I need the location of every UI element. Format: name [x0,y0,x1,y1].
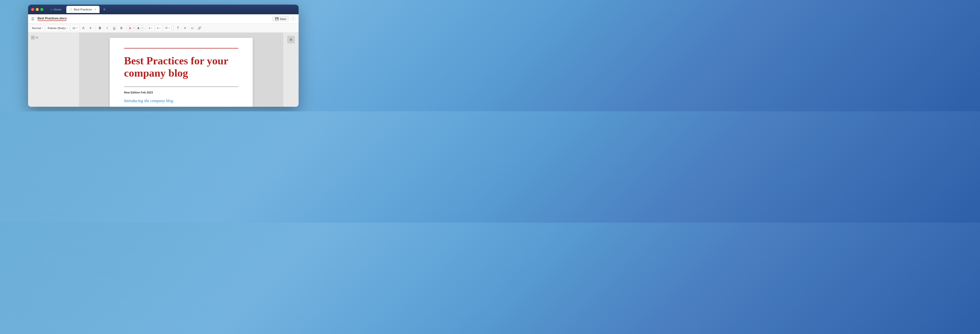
bold-button[interactable]: B [97,25,103,31]
document-paper: Best Practices for your company blog New… [110,38,253,107]
strikethrough-button[interactable]: S [118,25,124,31]
save-button[interactable]: 💾 Save [272,16,289,21]
home-icon: ⌂ [51,8,52,11]
format-toolbar: Normal ▾ Roboto (Body) ▾ 12 ▾ A A B I U … [28,24,299,33]
font-arrow-icon: ▾ [67,27,68,29]
checklist-icon: ☑ [165,26,168,30]
edition-text: New Edition Feb 2023 [124,91,239,94]
top-rule [124,48,239,48]
expand-panel-button[interactable]: ⊞ [287,36,295,43]
add-tab-button[interactable]: + [102,7,107,12]
tab-home[interactable]: ⌂ Home [48,6,64,13]
tab-close-button[interactable]: ✕ [94,8,97,11]
document-icon: 📄 [69,8,73,11]
tab-active[interactable]: 📄 Best Practices ✕ [66,6,100,13]
style-arrow-icon: ▾ [42,27,43,29]
info-button[interactable]: i [290,16,296,21]
clear-format-button[interactable]: T [175,25,181,31]
left-panel [28,33,79,107]
font-select[interactable]: Roboto (Body) ▾ [46,25,69,31]
browser-window: ⌂ Home 📄 Best Practices ✕ + ☰ Best Pract… [28,5,299,107]
erase-button[interactable]: ✦ [182,25,188,31]
toolbar-divider-1 [95,26,95,30]
style-select[interactable]: Normal ▾ [30,25,45,31]
font-color-arrow-icon[interactable]: ▾ [132,27,135,29]
align-icon: ≡ [149,27,150,30]
title-line1: Best Practices for your [124,55,228,67]
checklist-select[interactable]: ☑ ▾ [163,25,172,31]
svg-rect-2 [32,38,33,38]
close-button[interactable] [31,8,34,11]
title-line2: company blog [124,67,188,79]
svg-rect-3 [33,38,34,38]
main-area: Best Practices for your company blog New… [28,33,299,107]
align-arrow-icon: ▾ [151,27,152,29]
home-tab-label: Home [54,8,61,11]
toolbar-divider-2 [126,26,126,30]
mid-rule [124,86,239,87]
doc-toolbar-row: ☰ Best Practices.docx 💾 Save i [28,14,299,24]
document-container[interactable]: Best Practices for your company blog New… [79,33,283,107]
menu-icon[interactable]: ☰ [31,17,35,21]
maximize-button[interactable] [40,8,43,11]
highlight-arrow-icon[interactable]: ▾ [141,27,143,29]
link-button[interactable]: 🔗 [196,25,202,31]
size-label: 12 [72,27,75,30]
right-panel: ⊞ [283,33,299,107]
minimize-button[interactable] [36,8,39,11]
italic-button[interactable]: I [104,25,110,31]
section-title[interactable]: Introducing the company blog [124,99,239,103]
list-select[interactable]: ≡ ▾ [155,25,162,31]
comment-button[interactable]: ▭ [189,25,195,31]
outline-list-icon[interactable] [35,36,39,39]
svg-rect-0 [32,36,33,37]
font-shrink-button[interactable]: A [88,25,94,31]
expand-icon: ⊞ [290,38,292,42]
outline-grid-icon[interactable] [31,36,35,39]
document-main-title: Best Practices for your company blog [124,54,239,80]
list-icon: ≡ [157,27,159,30]
align-select[interactable]: ≡ ▾ [147,25,154,31]
highlight-color-group[interactable]: A ▾ [136,25,144,31]
svg-rect-1 [33,36,34,37]
font-color-group[interactable]: A ▾ [128,25,135,31]
size-arrow-icon: ▾ [76,27,78,29]
font-color-label: A [128,26,132,30]
save-icon: 💾 [275,17,279,21]
traffic-lights [31,8,43,11]
save-label: Save [280,18,286,21]
size-select[interactable]: 12 ▾ [70,25,79,31]
style-label: Normal [32,27,41,30]
underline-button[interactable]: U [111,25,118,31]
font-grow-button[interactable]: A [80,25,86,31]
active-tab-label: Best Practices [74,8,92,11]
checklist-arrow-icon: ▾ [169,27,170,29]
font-label: Roboto (Body) [48,27,65,30]
list-arrow-icon: ▾ [159,27,161,29]
highlight-label: A [137,26,141,30]
title-bar: ⌂ Home 📄 Best Practices ✕ + [28,5,299,14]
outline-controls [31,36,39,39]
document-title: Best Practices.docx [38,17,67,21]
